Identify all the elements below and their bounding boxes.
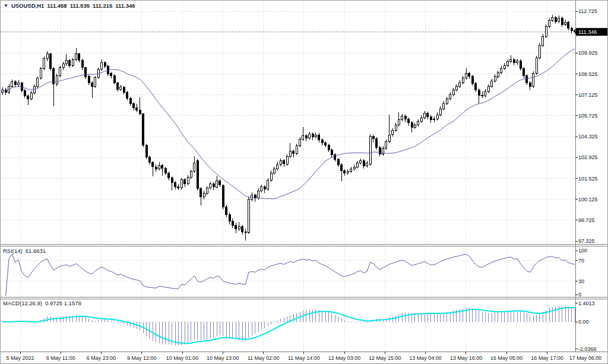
candle xyxy=(468,74,470,77)
price-axis-label: 109.925 xyxy=(578,50,598,56)
price-axis-label: 104.325 xyxy=(578,134,598,140)
candle xyxy=(372,137,374,139)
candle xyxy=(219,181,221,185)
time-axis-label: 16 May 17:00 xyxy=(531,355,563,361)
candle xyxy=(264,187,265,189)
rsi-line xyxy=(6,254,575,296)
candle xyxy=(184,179,186,184)
rsi-name: RSI(14) xyxy=(3,248,23,254)
candle xyxy=(203,193,205,197)
candle xyxy=(197,161,198,189)
candle xyxy=(245,232,246,232)
candle xyxy=(216,181,218,187)
candle xyxy=(226,207,227,215)
symbol-dropdown-icon[interactable]: ▼ xyxy=(4,3,8,8)
candle xyxy=(478,90,480,96)
candle xyxy=(520,61,521,69)
candle xyxy=(139,110,141,114)
candle xyxy=(171,178,173,183)
candle xyxy=(433,119,435,120)
candle xyxy=(187,178,189,184)
candle xyxy=(235,225,237,229)
candle xyxy=(504,65,505,68)
candle xyxy=(267,181,269,189)
candle xyxy=(536,58,537,74)
candle xyxy=(273,169,275,173)
candle xyxy=(123,87,125,93)
candle xyxy=(337,159,339,164)
time-axis-label: 11 May 02:00 xyxy=(248,355,280,361)
candle xyxy=(283,161,285,164)
candle xyxy=(145,145,147,157)
close-value: 111.346 xyxy=(115,2,135,9)
candle xyxy=(148,157,150,163)
candle xyxy=(325,143,327,145)
candle xyxy=(18,83,20,85)
candle xyxy=(439,109,441,115)
candle xyxy=(299,140,301,146)
candle xyxy=(194,163,195,172)
candle xyxy=(180,179,182,188)
symbol-period-label: USOUSD,H1 xyxy=(11,2,44,9)
candle xyxy=(113,76,115,83)
time-axis-label: 16 May 05:00 xyxy=(490,355,523,361)
candle xyxy=(513,59,515,62)
time-axis-label: 12 May 15:00 xyxy=(369,355,401,361)
candle xyxy=(293,151,294,154)
candle xyxy=(545,27,547,36)
price-axis-label: 102.925 xyxy=(578,154,598,160)
price-axis-label: 97.325 xyxy=(578,238,595,244)
candle xyxy=(392,130,394,135)
candle xyxy=(526,76,528,83)
candle xyxy=(331,150,332,155)
time-axis-label: 11 May 14:00 xyxy=(288,355,320,361)
candle xyxy=(482,95,483,96)
candle xyxy=(75,53,77,59)
macd-axis-label: -2.0366 xyxy=(578,346,597,352)
candle xyxy=(565,22,566,24)
ma-line xyxy=(2,49,575,199)
time-axis-label: 17 May 06:00 xyxy=(569,355,602,361)
candle xyxy=(507,62,509,65)
candle xyxy=(117,83,119,89)
rsi-axis[interactable]: 10070300 xyxy=(575,248,587,297)
candle xyxy=(59,68,61,76)
candle xyxy=(305,135,307,138)
macd-values: 0.9725 1.1578 xyxy=(45,300,81,306)
candle xyxy=(159,166,160,169)
chart-canvas[interactable]: 112.725111.325109.925108.525107.125105.7… xyxy=(1,1,608,364)
candle xyxy=(459,83,461,86)
time-axis-label: 13 May 16:00 xyxy=(450,355,483,361)
candle xyxy=(309,134,311,138)
candle xyxy=(487,86,489,91)
price-axis-label: 107.125 xyxy=(578,92,598,98)
candle xyxy=(315,135,316,137)
candle xyxy=(312,134,314,137)
macd-axis[interactable]: 1.40130.00-2.0366 xyxy=(575,300,597,352)
time-axis-label: 10 May 13:00 xyxy=(207,355,239,361)
candle xyxy=(529,83,531,86)
symbol-info-bar: ▼ USOUSD,H1 111.458 111.535 111.215 111.… xyxy=(4,2,135,9)
candle xyxy=(101,62,103,69)
macd-axis-label: 1.4013 xyxy=(578,300,595,306)
candle xyxy=(491,81,493,87)
candle xyxy=(328,145,330,150)
candle xyxy=(539,45,540,58)
time-axis-label: 6 May 23:00 xyxy=(87,355,116,361)
candle xyxy=(414,125,416,128)
candle xyxy=(356,163,358,167)
candle xyxy=(462,78,464,83)
time-axis[interactable]: 5 May 20226 May 11:006 May 23:009 May 12… xyxy=(6,352,601,361)
svg-text:111.346: 111.346 xyxy=(578,29,597,35)
candle xyxy=(110,74,112,76)
candle xyxy=(471,77,473,83)
candle xyxy=(164,169,166,173)
price-axis[interactable]: 112.725111.325109.925108.525107.125105.7… xyxy=(575,8,598,244)
candle xyxy=(242,227,243,232)
candle xyxy=(385,141,387,148)
price-axis-label: 112.725 xyxy=(578,8,597,14)
candle xyxy=(497,73,499,77)
candle xyxy=(94,77,96,86)
candle xyxy=(404,116,406,119)
candle xyxy=(302,135,304,139)
